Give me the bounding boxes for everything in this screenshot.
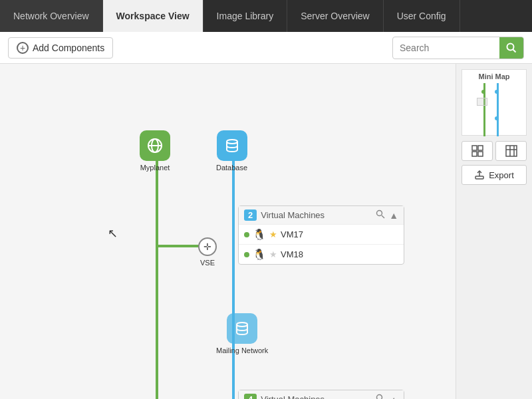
canvas: Myplanet Database ✛ VSE 2 Virtual Machin… [0,64,456,399]
vm-search-icon [376,209,385,219]
minimap-canvas [465,83,528,136]
vm18-status [244,252,249,257]
vm-panel-bottom: 4 Virtual Machines ▲ 🐧 ★ VM19 🐧 [238,390,404,399]
search-icon [506,43,517,53]
svg-point-0 [507,43,514,50]
layout-icon [471,144,484,158]
myplanet-node[interactable]: Myplanet [140,130,170,172]
vm-count-top: 2 [244,209,257,221]
vm17-status [244,232,249,237]
vm-panel-bottom-header: 4 Virtual Machines ▲ [239,390,404,399]
tab-image-library[interactable]: Image Library [203,0,288,32]
vm-row-18[interactable]: 🐧 ★ VM18 [239,245,404,264]
layout-button[interactable] [462,141,493,161]
svg-rect-20 [472,152,477,156]
svg-point-8 [237,323,247,327]
svg-point-9 [377,395,382,400]
vse-icon: ✛ [198,237,217,256]
grid-button[interactable] [495,141,527,161]
svg-point-6 [377,211,382,216]
main-area: Myplanet Database ✛ VSE 2 Virtual Machin… [0,64,532,399]
svg-rect-21 [478,152,483,156]
mailing-network-icon [227,313,257,344]
vm17-star[interactable]: ★ [269,229,277,239]
minimap-dot-database [495,90,499,94]
plus-circle-icon: + [17,42,29,54]
vm-row-17[interactable]: 🐧 ★ VM17 [239,225,404,245]
vm-count-bottom: 4 [244,394,257,399]
minimap-title: Mini Map [465,72,523,80]
database-svg [223,136,241,155]
export-icon [474,170,485,180]
minimap-dot-mailing [495,116,499,120]
svg-point-5 [227,140,237,144]
svg-rect-22 [506,146,517,156]
svg-line-7 [382,215,384,218]
minimap-viewport-rect [477,98,487,106]
grid-icon [505,144,518,158]
myplanet-icon [140,130,170,161]
vm-panel-top-collapse[interactable]: ▲ [389,210,398,221]
database-icon [217,130,247,161]
vse-node[interactable]: ✛ VSE [198,237,217,267]
export-button[interactable]: Export [462,165,527,185]
database-node[interactable]: Database [216,130,247,172]
vm-panel-bottom-search[interactable] [376,394,385,399]
sidebar: Mini Map [456,64,532,399]
tab-workspace-view[interactable]: Workspace View [103,0,203,32]
vm-panel-top-search[interactable] [376,209,385,221]
vm-panel-top-header: 2 Virtual Machines ▲ [239,206,404,225]
vm18-star[interactable]: ★ [269,249,277,259]
search-bar [392,37,524,59]
tab-network-overview[interactable]: Network Overview [0,0,103,32]
cursor: ↖ [108,226,118,241]
mailing-network-svg [233,319,251,338]
vm17-os-icon: 🐧 [253,228,266,241]
tab-server-overview[interactable]: Server Overview [287,0,383,32]
vm-panel-bottom-collapse[interactable]: ▲ [389,394,398,400]
minimap: Mini Map [462,69,527,136]
vm18-os-icon: 🐧 [253,248,266,261]
search-button[interactable] [499,37,523,59]
toolbar: + Add Components [0,32,532,64]
nav-tabs: Network Overview Workspace View Image Li… [0,0,532,32]
svg-line-1 [513,49,516,52]
search-input[interactable] [393,43,499,53]
minimap-dot-myplanet [481,90,485,94]
vm-panel-top: 2 Virtual Machines ▲ 🐧 ★ VM17 🐧 [238,205,404,265]
svg-rect-19 [478,146,483,150]
svg-rect-26 [475,176,483,179]
svg-rect-18 [472,146,477,150]
tab-user-config[interactable]: User Config [384,0,460,32]
add-components-button[interactable]: + Add Components [8,37,113,59]
sidebar-layout-buttons [462,141,527,161]
mailing-network-node[interactable]: Mailing Network [216,313,268,354]
myplanet-svg [146,136,164,155]
vm-bottom-search-icon [376,394,385,399]
